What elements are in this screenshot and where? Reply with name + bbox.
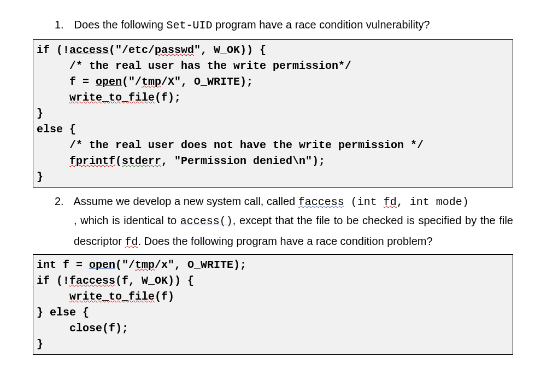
q1-number: 1. [55, 16, 71, 33]
q2-text-cont: , which is identical to access(), except… [74, 210, 513, 252]
code-block-1: if (!access("/etc/passwd", W_OK)) { /* t… [33, 39, 513, 188]
document-page: 1. Does the following Set-UID program ha… [0, 0, 535, 371]
code-block-2: int f = open("/tmp/x", O_WRITE); if (!fa… [33, 254, 513, 355]
q2-text-line1: Assume we develop a new system call, cal… [73, 195, 468, 207]
question-2: 2. Assume we develop a new system call, … [55, 193, 513, 210]
q2-number: 2. [55, 193, 71, 209]
q1-text: Does the following Set-UID program have … [74, 19, 430, 31]
question-1: 1. Does the following Set-UID program ha… [55, 16, 513, 34]
